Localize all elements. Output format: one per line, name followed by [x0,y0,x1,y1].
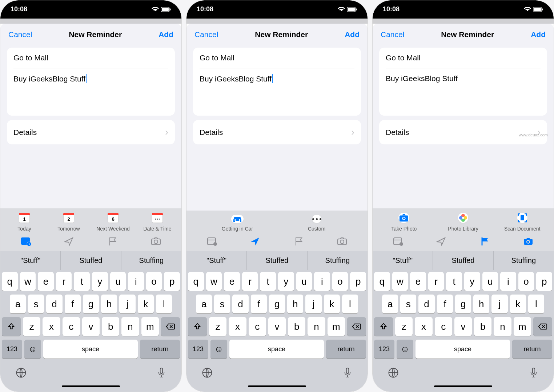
svg-point-17 [340,240,344,244]
key-x[interactable]: x [43,317,60,336]
status-icons [152,7,171,12]
keyboard: q w e r t y u i o p a s d f g h j k l [0,270,181,392]
tab-camera[interactable] [336,236,348,248]
reminder-title-input[interactable]: Go to Mall [386,48,541,68]
key-t[interactable]: t [74,272,90,291]
tab-camera[interactable] [522,236,534,248]
key-shift[interactable] [2,317,21,336]
tab-camera[interactable] [150,236,162,248]
key-c[interactable]: c [63,317,80,336]
key-w[interactable]: w [20,272,36,291]
svg-rect-1 [162,8,169,11]
svg-rect-10 [348,8,355,11]
key-q[interactable]: q [2,272,18,291]
svg-point-12 [234,219,236,221]
key-o[interactable]: o [146,272,162,291]
wifi-icon [152,7,159,12]
details-label: Details [13,128,37,137]
svg-point-36 [527,241,529,243]
svg-point-33 [400,242,403,246]
key-b[interactable]: b [102,317,119,336]
tab-calendar[interactable] [206,236,218,248]
reminder-title-input[interactable]: Go to Mall [13,48,168,68]
tab-calendar[interactable] [392,236,404,248]
svg-point-13 [239,219,240,221]
tab-flag[interactable] [107,236,119,248]
chip-date-time[interactable] [152,213,163,223]
suggestion-2[interactable]: Stuffing [121,251,181,270]
key-k[interactable]: k [138,295,154,313]
key-a[interactable]: a [10,295,26,313]
chip-today[interactable]: 1 [19,213,30,223]
cancel-button[interactable]: Cancel [8,30,32,39]
status-time: 10:08 [11,5,27,13]
reminder-notes-input[interactable]: Buy iGeeksBlog Stuff [13,68,168,116]
key-u[interactable]: u [110,272,126,291]
key-j[interactable]: j [119,295,135,313]
key-backspace[interactable] [161,317,180,336]
key-m[interactable]: m [141,317,159,336]
chip-scan-document[interactable] [517,213,527,223]
tab-location[interactable] [249,236,261,248]
suggestion-1[interactable]: Stuffed [60,251,121,270]
svg-rect-2 [170,8,171,10]
chip-photo-library[interactable] [458,213,468,223]
globe-icon[interactable] [16,367,27,380]
key-space[interactable]: space [43,340,138,359]
watermark: www.deuaz.com [519,133,548,137]
svg-rect-22 [542,8,543,10]
nav-bar: Cancel New Reminder Add [0,24,181,45]
key-f[interactable]: f [65,295,81,313]
key-e[interactable]: e [38,272,54,291]
add-button[interactable]: Add [345,30,360,39]
chip-custom[interactable] [312,215,321,223]
key-g[interactable]: g [83,295,99,313]
svg-rect-31 [521,215,524,220]
add-button[interactable]: Add [158,30,173,39]
key-emoji[interactable]: ☺ [24,340,41,359]
tab-location[interactable] [63,236,75,248]
tab-flag[interactable] [479,236,491,248]
key-r[interactable]: r [56,272,72,291]
svg-point-25 [403,217,405,220]
cancel-button[interactable]: Cancel [194,30,218,39]
svg-rect-38 [533,368,535,373]
nav-title: New Reminder [69,30,122,39]
key-p[interactable]: p [164,272,180,291]
details-row[interactable]: Details› [379,120,547,144]
chip-getting-in-car[interactable] [231,215,244,223]
svg-point-15 [213,242,217,246]
key-d[interactable]: d [46,295,62,313]
cancel-button[interactable]: Cancel [381,30,404,39]
tab-flag[interactable] [293,236,305,248]
key-i[interactable]: i [128,272,144,291]
key-h[interactable]: h [101,295,117,313]
key-123[interactable]: 123 [2,340,22,359]
key-n[interactable]: n [121,317,139,336]
svg-point-6 [154,240,158,244]
key-z[interactable]: z [23,317,40,336]
key-return[interactable]: return [140,340,180,359]
key-v[interactable]: v [82,317,100,336]
home-indicator[interactable] [62,385,120,387]
phone-camera-variant: 10:08 CancelNew ReminderAdd Go to MallBu… [372,0,554,392]
chip-tomorrow[interactable]: 2 [63,213,74,223]
add-button[interactable]: Add [531,30,546,39]
status-bar: 10:08 [0,0,181,19]
reminder-notes-input[interactable]: Buy iGeeksBlog Stuff [200,68,354,116]
keyboard-suggestions: "Stuff" Stuffed Stuffing [0,251,181,270]
mic-icon[interactable] [157,367,166,380]
svg-rect-11 [356,8,357,10]
details-row[interactable]: Details › [7,120,175,144]
suggestion-0[interactable]: "Stuff" [0,251,60,270]
chip-next-weekend[interactable]: 6 [108,213,119,223]
reminder-notes-input[interactable]: Buy iGeeksBlog Stuff [386,68,541,116]
details-row[interactable]: Details› [193,120,361,144]
key-l[interactable]: l [156,295,172,313]
tab-calendar[interactable] [20,236,32,248]
key-s[interactable]: s [28,295,44,313]
reminder-title-input[interactable]: Go to Mall [200,48,354,68]
key-y[interactable]: y [92,272,108,291]
tab-location[interactable] [435,236,447,248]
chip-take-photo[interactable] [398,213,409,223]
